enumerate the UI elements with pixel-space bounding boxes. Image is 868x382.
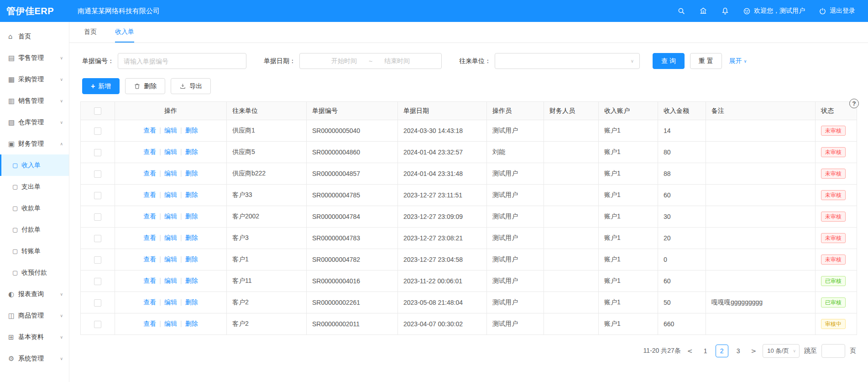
row-action-edit[interactable]: 编辑 bbox=[164, 170, 177, 177]
page-size-select[interactable]: 10 条/页 ∨ bbox=[763, 344, 800, 358]
sidebar-item-purchase[interactable]: ▦采购管理∨ bbox=[0, 69, 69, 90]
row-action-edit[interactable]: 编辑 bbox=[164, 320, 177, 327]
bell-icon[interactable] bbox=[721, 7, 729, 15]
row-checkbox[interactable] bbox=[94, 256, 101, 264]
action-separator: | bbox=[180, 234, 182, 241]
reset-button[interactable]: 重 置 bbox=[690, 53, 722, 69]
tab-income-receipt[interactable]: 收入单 bbox=[115, 22, 134, 42]
help-icon[interactable]: ? bbox=[849, 99, 859, 108]
cell-remark bbox=[706, 228, 816, 249]
row-action-view[interactable]: 查看 bbox=[143, 320, 156, 327]
sidebar-subitem-payment[interactable]: ▢付款单 bbox=[0, 219, 69, 240]
counterparty-select[interactable]: ∨ bbox=[495, 53, 640, 69]
row-action-delete[interactable]: 删除 bbox=[185, 212, 198, 220]
sidebar-item-goods[interactable]: ◫商品管理∨ bbox=[0, 305, 69, 326]
prev-page-button[interactable]: < bbox=[685, 347, 695, 355]
row-action-delete[interactable]: 删除 bbox=[185, 170, 198, 177]
sidebar-subitem-label: 收预付款 bbox=[21, 269, 47, 277]
row-checkbox[interactable] bbox=[94, 192, 101, 199]
row-action-view[interactable]: 查看 bbox=[143, 127, 156, 134]
sidebar-item-warehouse[interactable]: ▧仓库管理∨ bbox=[0, 111, 69, 133]
row-action-delete[interactable]: 删除 bbox=[185, 277, 198, 284]
topbar-actions: 欢迎您，测试用户 退出登录 bbox=[677, 7, 868, 15]
row-action-view[interactable]: 查看 bbox=[143, 277, 156, 284]
row-action-edit[interactable]: 编辑 bbox=[164, 234, 177, 241]
sidebar-item-retail[interactable]: ▤零售管理∨ bbox=[0, 47, 69, 69]
row-checkbox[interactable] bbox=[94, 213, 101, 221]
page-button-2[interactable]: 2 bbox=[716, 345, 728, 357]
row-action-edit[interactable]: 编辑 bbox=[164, 212, 177, 220]
row-checkbox[interactable] bbox=[94, 149, 101, 156]
table-row: 查看|编辑|删除供应商1SR000000050402024-03-30 14:4… bbox=[81, 120, 857, 142]
next-page-button[interactable]: > bbox=[749, 347, 758, 355]
row-action-edit[interactable]: 编辑 bbox=[164, 148, 177, 155]
column-header: 收入账户 bbox=[599, 102, 658, 120]
row-action-edit[interactable]: 编辑 bbox=[164, 298, 177, 306]
sidebar-subitem-expense[interactable]: ▢支出单 bbox=[0, 176, 69, 197]
home-building-icon[interactable] bbox=[699, 7, 707, 15]
cell-counterparty: 客户33 bbox=[227, 185, 307, 206]
expand-link[interactable]: 展开 ∨ bbox=[729, 57, 747, 65]
row-action-delete[interactable]: 删除 bbox=[185, 191, 198, 198]
row-action-delete[interactable]: 删除 bbox=[185, 298, 198, 306]
sidebar-item-label: 仓库管理 bbox=[18, 118, 44, 127]
jump-page-input[interactable] bbox=[821, 344, 845, 358]
sidebar-subitem-receipt[interactable]: ▢收款单 bbox=[0, 197, 69, 219]
table-row: 查看|编辑|删除客户1SR000000047822023-12-27 23:04… bbox=[81, 249, 857, 271]
sidebar-subitem-advance[interactable]: ▢收预付款 bbox=[0, 262, 69, 283]
row-action-view[interactable]: 查看 bbox=[143, 170, 156, 177]
row-action-edit[interactable]: 编辑 bbox=[164, 191, 177, 198]
row-action-edit[interactable]: 编辑 bbox=[164, 277, 177, 284]
row-checkbox[interactable] bbox=[94, 170, 101, 178]
row-action-view[interactable]: 查看 bbox=[143, 148, 156, 155]
row-checkbox[interactable] bbox=[94, 299, 101, 307]
status-badge: 已审核 bbox=[821, 276, 846, 286]
sidebar-subitem-transfer[interactable]: ▢转账单 bbox=[0, 240, 69, 262]
row-action-delete[interactable]: 删除 bbox=[185, 320, 198, 327]
row-action-view[interactable]: 查看 bbox=[143, 234, 156, 241]
date-range-picker[interactable]: 开始时间 ~ 结束时间 bbox=[299, 53, 442, 69]
welcome-user[interactable]: 欢迎您，测试用户 bbox=[743, 7, 805, 15]
row-action-delete[interactable]: 删除 bbox=[185, 255, 198, 263]
row-action-view[interactable]: 查看 bbox=[143, 212, 156, 220]
page-button-3[interactable]: 3 bbox=[732, 345, 745, 357]
sidebar: ⌂首页▤零售管理∨▦采购管理∨▥销售管理∨▧仓库管理∨▣财务管理∧▢收入单▢支出… bbox=[0, 22, 69, 382]
logout-button[interactable]: 退出登录 bbox=[819, 7, 855, 15]
sidebar-item-label: 基本资料 bbox=[18, 333, 44, 341]
delete-button[interactable]: 删除 bbox=[125, 78, 165, 94]
row-checkbox[interactable] bbox=[94, 127, 101, 135]
sidebar-item-home[interactable]: ⌂首页 bbox=[0, 26, 69, 47]
cell-income-amount: 50 bbox=[658, 292, 706, 313]
sidebar-item-basic[interactable]: ⊞基本资料∨ bbox=[0, 326, 69, 348]
search-icon[interactable] bbox=[677, 7, 685, 15]
report-icon: ◐ bbox=[8, 290, 18, 298]
row-action-view[interactable]: 查看 bbox=[143, 255, 156, 263]
cell-counterparty: 供应商b222 bbox=[227, 163, 307, 185]
export-button[interactable]: 导出 bbox=[171, 78, 211, 94]
search-button[interactable]: 查 询 bbox=[653, 53, 685, 69]
row-action-view[interactable]: 查看 bbox=[143, 191, 156, 198]
cell-document-date: 2023-12-27 23:08:21 bbox=[398, 228, 487, 249]
sidebar-subitem-label: 收款单 bbox=[21, 204, 41, 212]
app-logo[interactable]: 管伊佳ERP bbox=[0, 5, 69, 17]
row-action-delete[interactable]: 删除 bbox=[185, 148, 198, 155]
row-checkbox[interactable] bbox=[94, 321, 101, 328]
sidebar-item-finance[interactable]: ▣财务管理∧ bbox=[0, 133, 69, 154]
row-action-view[interactable]: 查看 bbox=[143, 298, 156, 306]
row-action-edit[interactable]: 编辑 bbox=[164, 255, 177, 263]
row-action-edit[interactable]: 编辑 bbox=[164, 127, 177, 134]
sidebar-item-sales[interactable]: ▥销售管理∨ bbox=[0, 90, 69, 111]
row-action-delete[interactable]: 删除 bbox=[185, 234, 198, 241]
sidebar-item-system[interactable]: ⚙系统管理∨ bbox=[0, 348, 69, 369]
add-button[interactable]: + 新增 bbox=[82, 78, 120, 94]
document-number-input[interactable] bbox=[118, 53, 246, 69]
cell-document-date: 2023-12-27 23:09:09 bbox=[398, 206, 487, 228]
row-checkbox[interactable] bbox=[94, 235, 101, 242]
page-button-1[interactable]: 1 bbox=[699, 345, 712, 357]
sidebar-item-report[interactable]: ◐报表查询∨ bbox=[0, 283, 69, 305]
tab-home[interactable]: 首页 bbox=[84, 22, 97, 42]
select-all-checkbox[interactable] bbox=[94, 107, 101, 115]
row-action-delete[interactable]: 删除 bbox=[185, 127, 198, 134]
sidebar-subitem-income[interactable]: ▢收入单 bbox=[0, 154, 69, 176]
row-checkbox[interactable] bbox=[94, 278, 101, 285]
